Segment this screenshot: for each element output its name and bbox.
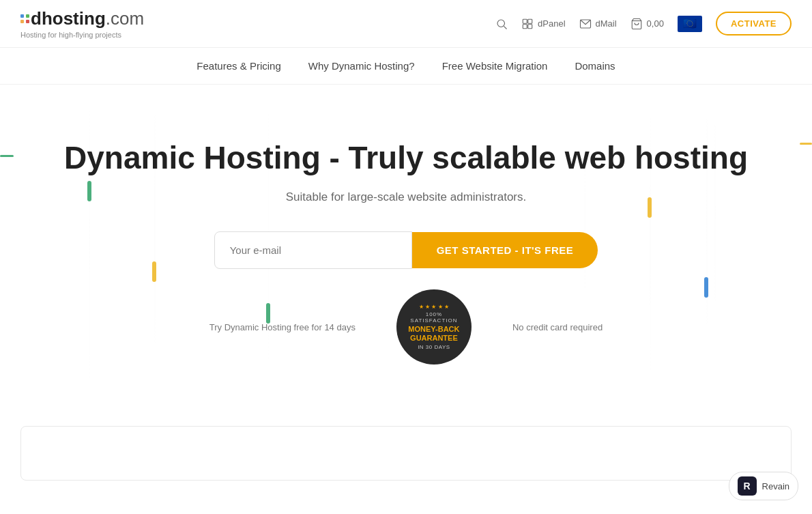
email-input[interactable]	[214, 231, 412, 269]
nav-item-migration[interactable]: Free Website Migration	[442, 60, 548, 72]
hero-title: Dynamic Hosting - Truly scalable web hos…	[20, 139, 792, 177]
bottom-card	[20, 426, 792, 481]
logo-area: dhosting.com Hosting for high-flying pro…	[20, 8, 144, 39]
svg-line-1	[504, 26, 506, 29]
svg-rect-4	[523, 24, 527, 28]
header-right: dPanel dMail 0,00 🇪🇺 ACTIVATE	[495, 12, 792, 35]
svg-rect-3	[528, 19, 532, 23]
trust-right: No credit card required	[512, 322, 603, 332]
logo-link[interactable]: dhosting.com	[20, 8, 144, 29]
cart-link[interactable]: 0,00	[630, 18, 664, 30]
cart-amount: 0,00	[647, 18, 664, 29]
dmail-label: dMail	[596, 18, 617, 29]
revain-icon: R	[738, 476, 757, 496]
dmail-link[interactable]: dMail	[579, 18, 617, 30]
dmail-icon	[579, 18, 592, 30]
hero-section: Dynamic Hosting - Truly scalable web hos…	[0, 85, 812, 405]
activate-button[interactable]: ACTIVATE	[716, 12, 792, 35]
revain-label: Revain	[762, 481, 789, 491]
logo-tagline: Hosting for high-flying projects	[20, 31, 144, 39]
svg-rect-5	[528, 24, 532, 28]
search-link[interactable]	[495, 18, 508, 30]
badge-main: MONEY-BACK GUARANTEE	[403, 325, 465, 343]
dpanel-label: dPanel	[538, 18, 565, 29]
revain-widget[interactable]: R Revain	[729, 472, 798, 500]
logo-hosting: hosting	[42, 8, 106, 29]
logo-com: .com	[106, 8, 144, 29]
dpanel-icon	[521, 18, 534, 30]
cart-icon	[630, 18, 643, 30]
svg-point-0	[497, 20, 505, 27]
dpanel-link[interactable]: dPanel	[521, 18, 565, 30]
trust-left: Try Dynamic Hosting free for 14 days	[209, 322, 356, 332]
deco-corner-1	[0, 155, 14, 157]
trust-bar: Try Dynamic Hosting free for 14 days ★ ★…	[20, 289, 792, 365]
svg-rect-2	[523, 19, 527, 23]
hero-subtitle: Suitable for large-scale website adminis…	[20, 190, 792, 204]
main-nav: Features & Pricing Why Dynamic Hosting? …	[0, 48, 812, 85]
money-back-badge: ★ ★ ★ ★ ★ 100% SATISFACTION MONEY-BACK G…	[396, 289, 472, 365]
cta-form: GET STARTED - IT'S FREE	[20, 231, 792, 269]
badge-bottom: IN 30 DAYS	[418, 344, 450, 350]
badge-stars: ★ ★ ★ ★ ★	[419, 304, 449, 310]
header: dhosting.com Hosting for high-flying pro…	[0, 0, 812, 48]
search-icon	[495, 18, 508, 30]
nav-item-features[interactable]: Features & Pricing	[197, 60, 280, 72]
nav-item-domains[interactable]: Domains	[575, 60, 615, 72]
nav-item-why[interactable]: Why Dynamic Hosting?	[308, 60, 415, 72]
deco-corner-2	[800, 143, 812, 145]
logo-text: dhosting.com	[31, 8, 144, 29]
get-started-button[interactable]: GET STARTED - IT'S FREE	[412, 232, 598, 268]
eu-flag: 🇪🇺	[678, 16, 702, 32]
logo-icon	[20, 14, 29, 23]
bottom-section	[0, 405, 812, 501]
badge-top: 100% SATISFACTION	[403, 311, 465, 324]
